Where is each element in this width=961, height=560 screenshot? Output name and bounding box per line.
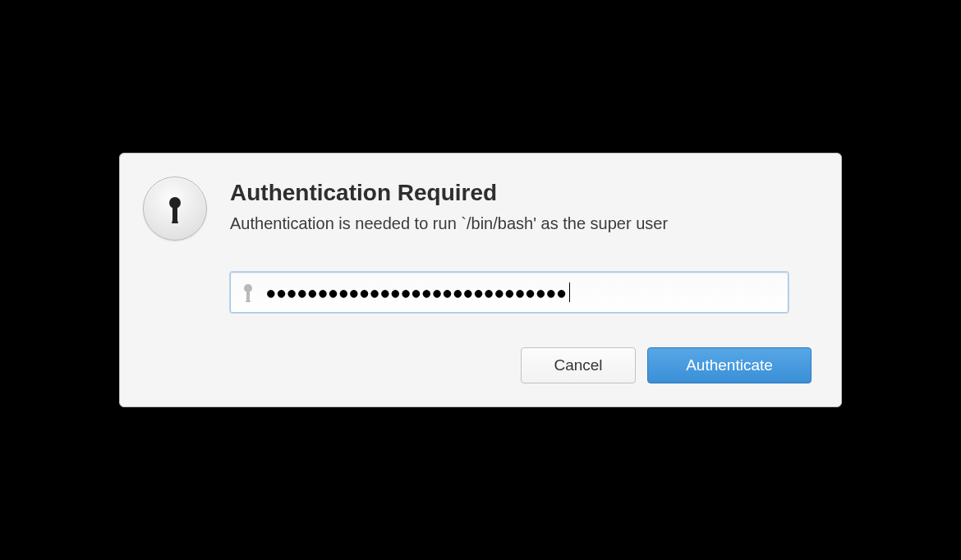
password-masked-value: ●●●●●●●●●●●●●●●●●●●●●●●●●●●●● bbox=[267, 285, 568, 301]
svg-marker-2 bbox=[172, 220, 178, 223]
cancel-button[interactable]: Cancel bbox=[521, 347, 636, 383]
text-caret bbox=[569, 282, 570, 302]
svg-rect-1 bbox=[172, 205, 177, 220]
authentication-dialog: Authentication Required Authentication i… bbox=[119, 153, 842, 407]
dialog-header-text: Authentication Required Authentication i… bbox=[230, 177, 812, 233]
dialog-buttons: Cancel Authenticate bbox=[143, 347, 812, 383]
dialog-message: Authentication is needed to run `/bin/ba… bbox=[230, 214, 812, 233]
authenticate-button[interactable]: Authenticate bbox=[647, 347, 812, 383]
password-input[interactable]: ●●●●●●●●●●●●●●●●●●●●●●●●●●●●● bbox=[230, 272, 789, 313]
svg-rect-4 bbox=[246, 290, 250, 300]
password-row: ●●●●●●●●●●●●●●●●●●●●●●●●●●●●● bbox=[230, 272, 812, 313]
lock-icon bbox=[143, 177, 207, 241]
keyhole-icon bbox=[241, 282, 255, 303]
dialog-title: Authentication Required bbox=[230, 180, 812, 206]
svg-marker-5 bbox=[246, 300, 251, 302]
dialog-header: Authentication Required Authentication i… bbox=[143, 177, 812, 241]
